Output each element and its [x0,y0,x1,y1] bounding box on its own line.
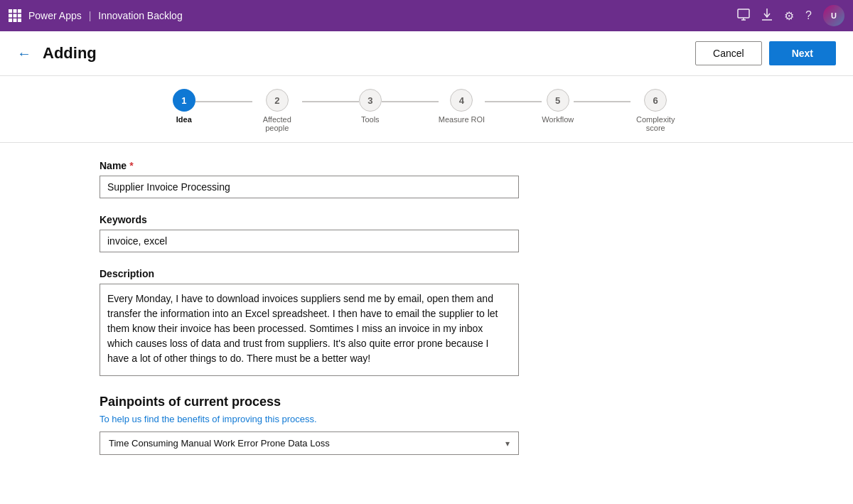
step-connector-5-6 [574,101,631,102]
step-circle-6[interactable]: 6 [644,89,667,112]
help-icon[interactable]: ? [805,9,812,22]
svg-rect-0 [9,9,12,13]
screen-icon[interactable] [737,8,750,23]
cancel-button[interactable]: Cancel [695,41,762,65]
step-circle-5[interactable]: 5 [547,89,569,112]
name-field-group: Name * [100,160,654,198]
svg-rect-9 [738,9,749,18]
svg-rect-4 [14,14,17,18]
step-6: 6 Complexity score [631,89,680,132]
grid-icon[interactable] [9,9,21,22]
name-input[interactable] [100,176,519,198]
chevron-down-icon: ▾ [505,439,510,449]
svg-rect-7 [14,18,17,22]
svg-rect-8 [18,18,21,22]
content-area: ← Adding Cancel Next 1 Idea 2 Affected p… [0,31,853,504]
step-connector-3-4 [382,101,439,102]
step-circle-2[interactable]: 2 [266,89,289,112]
painpoints-select-values: Time Consuming Manual Work Error Prone D… [109,438,330,449]
topbar-separator: | [89,10,92,21]
step-label-6: Complexity score [631,115,680,132]
step-connector-1-2 [195,101,252,102]
name-required: * [129,160,133,171]
settings-icon[interactable]: ⚙ [784,9,794,23]
step-label-3: Tools [361,115,380,124]
back-arrow-icon: ← [17,45,31,62]
step-1: 1 Idea [173,89,195,124]
description-textarea[interactable] [100,284,519,376]
topbar-right: ⚙ ? U [737,5,844,26]
painpoints-group: Painpoints of current process To help us… [100,395,654,455]
svg-rect-1 [14,9,17,13]
download-icon[interactable] [761,8,773,23]
svg-rect-3 [9,14,12,18]
topbar-app-name: Innovation Backlog [98,10,182,21]
step-label-2: Affected people [252,115,302,132]
topbar-brand: Power Apps [28,10,82,21]
step-label-1: Idea [176,115,192,124]
next-button[interactable]: Next [769,41,836,65]
header-row: ← Adding Cancel Next [0,31,853,76]
header-actions: Cancel Next [695,41,836,65]
step-3: 3 Tools [359,89,382,124]
step-circle-1[interactable]: 1 [173,89,195,112]
keywords-field-group: Keywords [100,214,654,252]
painpoints-title: Painpoints of current process [100,395,654,409]
description-field-group: Description [100,268,654,379]
stepper: 1 Idea 2 Affected people 3 Tools 4 Measu… [0,76,853,143]
name-label: Name * [100,160,654,171]
topbar: Power Apps | Innovation Backlog ⚙ ? U [0,0,853,31]
page-title: Adding [43,44,97,63]
step-connector-4-5 [485,101,542,102]
step-5: 5 Workflow [542,89,574,124]
painpoints-subtitle: To help us find the benefits of improvin… [100,414,654,424]
step-label-4: Measure ROI [439,115,485,124]
keywords-input[interactable] [100,230,519,252]
keywords-label: Keywords [100,214,654,225]
avatar[interactable]: U [823,5,844,26]
step-2: 2 Affected people [252,89,302,132]
painpoints-select[interactable]: Time Consuming Manual Work Error Prone D… [100,431,519,455]
form-area: Name * Keywords Description Painpoints o… [0,143,853,504]
description-label: Description [100,268,654,279]
svg-rect-5 [18,14,21,18]
step-4: 4 Measure ROI [439,89,485,124]
svg-rect-6 [9,18,12,22]
step-circle-4[interactable]: 4 [450,89,473,112]
back-button[interactable]: ← Adding [17,44,97,63]
step-connector-2-3 [302,101,359,102]
step-label-5: Workflow [542,115,574,124]
step-circle-3[interactable]: 3 [359,89,382,112]
svg-rect-2 [18,9,21,13]
